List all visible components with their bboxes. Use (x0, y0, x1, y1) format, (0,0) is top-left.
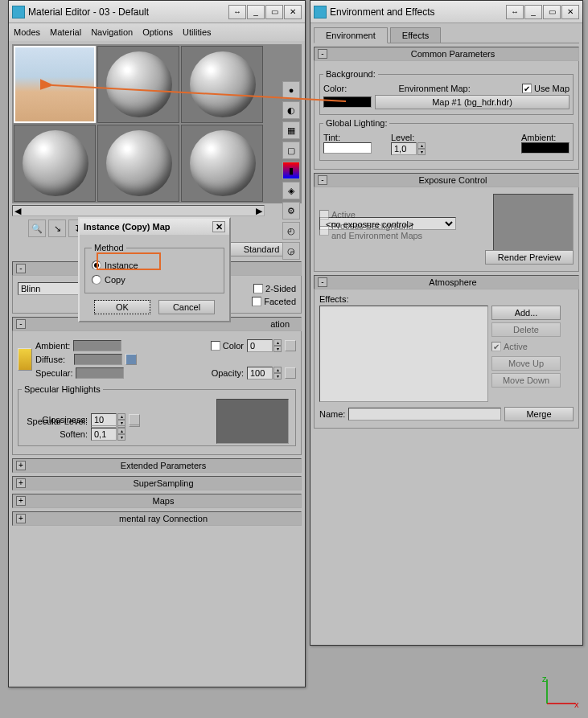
tint-swatch[interactable] (323, 142, 372, 154)
effects-listbox[interactable] (319, 306, 488, 402)
tab-effects[interactable]: Effects (390, 27, 441, 43)
minus-icon: - (16, 319, 26, 329)
cancel-button[interactable]: Cancel (158, 300, 215, 314)
mat-title: Material Editor - 03 - Default (28, 6, 228, 18)
menu-utilities[interactable]: Utilities (183, 27, 211, 37)
exposure-control-header[interactable]: -Exposure Control (314, 173, 579, 187)
material-slot-3[interactable] (181, 46, 263, 123)
instance-radio[interactable]: Instance (92, 261, 138, 270)
put-to-scene-icon[interactable]: ↘ (48, 220, 66, 237)
mat-titlebar[interactable]: Material Editor - 03 - Default ↔ _ ▭ ✕ (9, 1, 305, 23)
tint-label: Tint: (323, 133, 372, 142)
atmosphere-header[interactable]: -Atmosphere (314, 275, 579, 289)
menu-material[interactable]: Material (50, 27, 81, 37)
video-check-icon[interactable]: ▮ (282, 162, 300, 179)
specular-color-swatch[interactable] (76, 367, 124, 379)
ok-button[interactable]: OK (94, 300, 150, 314)
background-fieldset: Background: Color: Environment Map: ✔Use… (319, 69, 574, 115)
plus-icon: + (16, 496, 26, 506)
scroll-right-icon[interactable]: ▶ (256, 206, 262, 216)
make-preview-icon[interactable]: ◈ (282, 182, 300, 199)
ambient-label: Ambient: (521, 133, 569, 142)
add-button[interactable]: Add... (491, 306, 561, 320)
dialog-titlebar[interactable]: Instance (Copy) Map ✕ (80, 219, 229, 235)
opacity-map-button[interactable] (285, 367, 296, 379)
faceted-checkbox[interactable]: Faceted (252, 297, 296, 306)
plus-icon: + (16, 478, 26, 488)
maps-rollout[interactable]: +Maps (12, 494, 302, 508)
material-map-navigator-icon[interactable]: ◶ (282, 242, 300, 260)
material-slot-1[interactable] (14, 46, 96, 123)
ambient-swatch[interactable] (521, 142, 569, 154)
minimize-icon[interactable]: _ (524, 5, 542, 19)
material-slot-6[interactable] (181, 125, 263, 202)
slots-scrollbar[interactable]: ◀ ▶ (12, 205, 265, 216)
move-up-button: Move Up (491, 356, 561, 371)
close-icon[interactable]: ✕ (284, 5, 302, 19)
bg-color-swatch[interactable] (323, 96, 372, 108)
get-material-icon[interactable]: 🔍 (28, 220, 46, 237)
dialog-title: Instance (Copy) Map (84, 222, 171, 232)
spinner-down-icon[interactable]: ▾ (273, 373, 282, 380)
soften-label: Soften: (22, 429, 88, 439)
instance-copy-dialog: Instance (Copy) Map ✕ Method Instance Co… (78, 217, 231, 322)
select-by-material-icon[interactable]: ◴ (282, 222, 300, 240)
restore-icon[interactable]: ▭ (543, 5, 561, 19)
two-sided-checkbox[interactable]: 2-Sided (253, 284, 296, 293)
merge-button[interactable]: Merge (504, 407, 574, 421)
level-spinner[interactable] (391, 142, 417, 155)
common-params-header[interactable]: -Common Parameters (314, 47, 579, 61)
diffuse-color-swatch[interactable] (74, 354, 122, 365)
color-spinner[interactable] (247, 339, 273, 352)
mat-vertical-toolbar: ● ◐ ▦ ▢ ▮ ◈ ⚙ ◴ ◶ (282, 81, 302, 260)
material-slot-2[interactable] (97, 46, 179, 123)
env-map-label: Environment Map: (399, 84, 471, 93)
use-map-checkbox[interactable]: ✔Use Map (522, 84, 569, 93)
options-icon[interactable]: ⚙ (282, 202, 300, 220)
material-slot-4[interactable] (14, 125, 96, 202)
minus-icon: - (318, 277, 327, 287)
material-slot-5[interactable] (97, 125, 179, 202)
menu-options[interactable]: Options (142, 27, 173, 37)
close-icon[interactable]: ✕ (561, 5, 579, 19)
supersampling-rollout[interactable]: +SuperSampling (12, 476, 302, 490)
close-icon[interactable]: ✕ (212, 221, 225, 232)
glossiness-map-button[interactable] (129, 414, 140, 425)
menu-navigation[interactable]: Navigation (91, 27, 133, 37)
name-field[interactable] (348, 408, 501, 421)
name-label: Name: (319, 409, 345, 419)
opacity-spinner[interactable] (247, 367, 273, 380)
minimize-icon[interactable]: _ (247, 5, 265, 19)
mental-ray-rollout[interactable]: +mental ray Connection (12, 511, 302, 526)
soften-spinner[interactable] (91, 428, 117, 441)
tab-environment[interactable]: Environment (314, 27, 388, 43)
pin-icon[interactable]: ↔ (228, 5, 246, 19)
pin-icon[interactable]: ↔ (506, 5, 524, 19)
lock-toggle-icon[interactable] (18, 348, 32, 371)
env-map-button[interactable]: Map #1 (bg_hdr.hdr) (375, 95, 569, 109)
color-checkbox[interactable]: Color (211, 341, 244, 351)
diffuse-map-button[interactable] (125, 354, 137, 365)
env-titlebar[interactable]: Environment and Effects ↔ _ ▭ ✕ (310, 1, 582, 23)
sample-uv-icon[interactable]: ▢ (282, 142, 300, 159)
extended-params-rollout[interactable]: +Extended Parameters (12, 458, 302, 473)
glossiness-spinner[interactable] (91, 413, 117, 426)
menu-modes[interactable]: Modes (14, 27, 40, 37)
ambient-color-swatch[interactable] (73, 340, 121, 351)
material-editor-window: Material Editor - 03 - Default ↔ _ ▭ ✕ M… (8, 0, 306, 687)
spinner-up-icon[interactable]: ▴ (273, 367, 282, 373)
scroll-left-icon[interactable]: ◀ (14, 206, 21, 216)
effects-list-label: Effects: (319, 294, 574, 304)
render-preview-button[interactable]: Render Preview (485, 250, 574, 265)
exposure-preview (493, 194, 574, 253)
minus-icon: - (16, 264, 26, 273)
copy-radio[interactable]: Copy (92, 275, 125, 285)
restore-icon[interactable]: ▭ (265, 5, 283, 19)
background-icon[interactable]: ▦ (282, 121, 300, 139)
backlight-icon[interactable]: ◐ (282, 101, 300, 119)
glossiness-label: Glossiness: (22, 415, 88, 425)
map-slot-button[interactable] (285, 340, 296, 351)
sample-type-icon[interactable]: ● (282, 81, 300, 99)
spinner-up-icon[interactable]: ▴ (273, 339, 282, 346)
spinner-down-icon[interactable]: ▾ (273, 346, 282, 352)
